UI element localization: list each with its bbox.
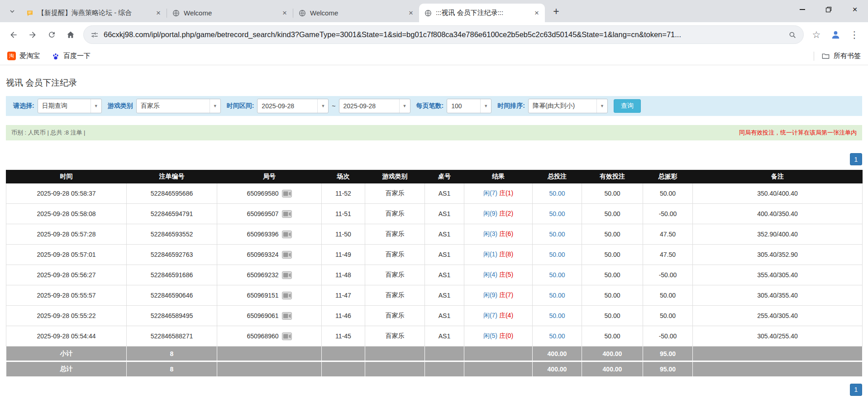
close-window-button[interactable]: ×: [842, 0, 868, 19]
total-bet-link[interactable]: 50.00: [549, 292, 565, 299]
bet-record-row: 2025-09-28 05:58:08 522846594791 6509695…: [6, 204, 863, 224]
per-page-select[interactable]: 100 ▼: [447, 99, 491, 113]
baidu-icon: [52, 52, 60, 60]
tab-welcome-2[interactable]: Welcome ×: [293, 4, 419, 22]
video-replay-icon[interactable]: [282, 292, 292, 299]
total-bet-link[interactable]: 50.00: [549, 271, 565, 279]
game-type-select-value: 百家乐: [137, 99, 210, 113]
cell-bet-id: 522846588271: [127, 326, 217, 347]
column-header: 时间: [6, 170, 127, 183]
column-header: 总投注: [533, 170, 582, 183]
url-text[interactable]: 66cxkj98.com/ipl/portal.php/game/betreco…: [104, 30, 783, 39]
column-header: 游戏类别: [365, 170, 425, 183]
minimize-button[interactable]: [789, 0, 816, 19]
forward-button[interactable]: [24, 26, 42, 44]
cell-round: 650969061: [217, 306, 322, 326]
address-bar[interactable]: 66cxkj98.com/ipl/portal.php/game/betreco…: [83, 25, 804, 44]
video-replay-icon[interactable]: [282, 190, 292, 197]
search-button[interactable]: 查询: [614, 99, 641, 113]
bet-record-row: 2025-09-28 05:54:44 522846588271 6509689…: [6, 326, 863, 347]
game-type-select[interactable]: 百家乐 ▼: [136, 99, 221, 113]
restore-button[interactable]: [816, 0, 842, 19]
home-button[interactable]: [62, 26, 80, 44]
subtotal-valid-bet: 400.00: [582, 347, 643, 361]
cell-valid-bet: 50.00: [582, 204, 643, 224]
pagination-bottom: 1: [6, 384, 862, 396]
subtotal-count: 8: [127, 347, 217, 361]
total-bet-link[interactable]: 50.00: [549, 190, 565, 197]
chevron-down-icon: ▼: [596, 99, 607, 113]
video-replay-icon[interactable]: [282, 332, 292, 340]
bookmark-star-button[interactable]: ☆: [807, 26, 825, 44]
tab-close-icon[interactable]: ×: [532, 9, 541, 18]
sort-select[interactable]: 降幂(由大到小) ▼: [528, 99, 608, 113]
video-replay-icon[interactable]: [282, 312, 292, 320]
total-count: 8: [127, 361, 217, 376]
cell-round: 650969151: [217, 285, 322, 306]
cell-round: 650969324: [217, 245, 322, 265]
globe-icon: [172, 10, 180, 17]
cell-valid-bet: 50.00: [582, 183, 643, 204]
tab-close-icon[interactable]: ×: [154, 9, 163, 18]
total-bet-link[interactable]: 50.00: [549, 210, 565, 217]
tab-close-icon[interactable]: ×: [406, 9, 415, 18]
result-player: 闲(9): [483, 210, 497, 217]
reload-button[interactable]: [43, 26, 61, 44]
total-bet-link[interactable]: 50.00: [549, 312, 565, 319]
profile-button[interactable]: [826, 26, 844, 44]
bookmark-baidu[interactable]: 百度一下: [52, 52, 91, 60]
all-bookmarks-button[interactable]: 所有书签: [821, 52, 861, 60]
mode-select[interactable]: 日期查询 ▼: [38, 99, 102, 113]
page-button-1[interactable]: 1: [850, 384, 862, 396]
browser-menu-button[interactable]: ⋮: [845, 26, 863, 44]
cell-valid-bet: 50.00: [582, 224, 643, 245]
filter-bar: 请选择: 日期查询 ▼ 游戏类别 百家乐 ▼ 时间区间: 2025-09-28 …: [6, 96, 862, 116]
tab-welcome-1[interactable]: Welcome ×: [167, 4, 293, 22]
page-button-1[interactable]: 1: [850, 153, 862, 165]
video-replay-icon[interactable]: [282, 231, 292, 238]
tab-forum[interactable]: 【新提醒】海燕策略论坛 - 综合 ×: [21, 4, 167, 22]
round-number: 650969507: [247, 210, 278, 217]
cell-remark: 305.40/355.40: [693, 285, 863, 306]
cell-payout: -50.00: [643, 265, 693, 285]
window-controls: ×: [789, 0, 868, 19]
cell-session: 11-45: [322, 326, 365, 347]
cell-round: 650969580: [217, 183, 322, 204]
tab-separator: [293, 9, 293, 18]
site-settings-icon: [91, 31, 99, 39]
zoom-icon[interactable]: [788, 31, 796, 39]
cell-remark: 350.40/400.40: [693, 183, 863, 204]
cell-session: 11-46: [322, 306, 365, 326]
cell-table-no: AS1: [425, 245, 464, 265]
total-bet-link[interactable]: 50.00: [549, 231, 565, 238]
cell-table-no: AS1: [425, 183, 464, 204]
tab-bet-records[interactable]: :::视讯 会员下注纪录::: ×: [419, 4, 545, 22]
tab-close-icon[interactable]: ×: [280, 9, 289, 18]
tab-search-button[interactable]: [5, 5, 19, 18]
video-replay-icon[interactable]: [282, 210, 292, 218]
bet-record-row: 2025-09-28 05:57:01 522846592763 6509693…: [6, 245, 863, 265]
video-replay-icon[interactable]: [282, 271, 292, 279]
date-to-select[interactable]: 2025-09-28 ▼: [339, 99, 410, 113]
cell-table-no: AS1: [425, 265, 464, 285]
navigation-bar: 66cxkj98.com/ipl/portal.php/game/betreco…: [0, 22, 868, 47]
result-banker: 庄(2): [499, 210, 513, 217]
date-from-select[interactable]: 2025-09-28 ▼: [257, 99, 329, 113]
tab-bar: 【新提醒】海燕策略论坛 - 综合 × Welcome × Welcome × :…: [0, 0, 868, 22]
taobao-icon: 淘: [7, 52, 16, 60]
per-page-value: 100: [447, 99, 480, 113]
kebab-menu-icon: ⋮: [850, 29, 859, 40]
column-header: 备注: [693, 170, 863, 183]
total-bet-link[interactable]: 50.00: [549, 332, 565, 340]
back-icon: [9, 30, 18, 39]
bookmark-taobao[interactable]: 淘 爱淘宝: [7, 52, 40, 60]
total-bet-link[interactable]: 50.00: [549, 251, 565, 258]
cell-valid-bet: 50.00: [582, 265, 643, 285]
video-replay-icon[interactable]: [282, 251, 292, 259]
back-button[interactable]: [5, 26, 23, 44]
note-icon: [26, 10, 33, 17]
cell-total-bet: 50.00: [533, 245, 582, 265]
cell-total-bet: 50.00: [533, 204, 582, 224]
new-tab-button[interactable]: +: [549, 5, 563, 18]
cell-bet-id: 522846592763: [127, 245, 217, 265]
